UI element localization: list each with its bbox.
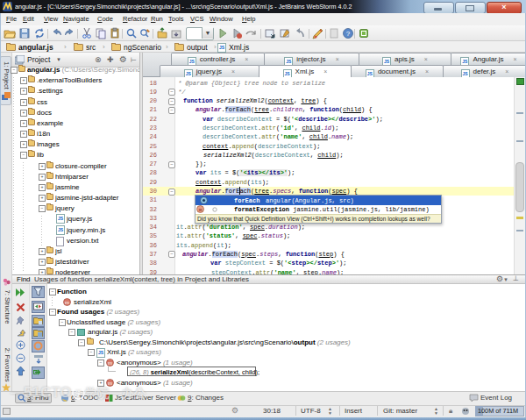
svg-text:?: ? [346,30,351,38]
svg-text:学: 学 [75,389,82,398]
svg-text:m: m [199,207,203,213]
svg-text:m: m [65,300,69,305]
svg-text:m: m [108,360,112,366]
